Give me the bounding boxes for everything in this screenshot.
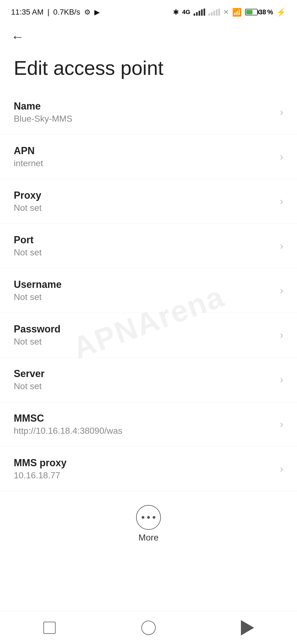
video-icon: ▶ <box>94 8 100 17</box>
signal-bars-2 <box>208 9 220 16</box>
settings-label-username: Username <box>14 279 274 290</box>
settings-label-password: Password <box>14 323 274 335</box>
settings-value-mmsc: http://10.16.18.4:38090/was <box>14 426 274 436</box>
settings-value-name: Blue-Sky-MMS <box>14 114 274 124</box>
charging-icon: ⚡ <box>276 8 286 17</box>
dot-2 <box>147 516 150 519</box>
chevron-icon-name: › <box>280 107 283 118</box>
settings-value-password: Not set <box>14 337 274 347</box>
home-button[interactable] <box>138 617 160 639</box>
settings-item-port[interactable]: Port Not set › <box>0 224 297 268</box>
chevron-icon-mmsc: › <box>280 419 283 430</box>
dot-3 <box>153 516 155 519</box>
more-circle-icon <box>136 505 161 530</box>
back-nav-button[interactable] <box>237 617 258 639</box>
settings-value-apn: internet <box>14 158 274 168</box>
settings-label-mmsc: MMSC <box>14 413 274 424</box>
more-label: More <box>139 533 159 543</box>
chevron-icon-username: › <box>280 285 283 296</box>
status-right: ✱ 4G ✕ 📶 38 % ⚡ <box>173 8 286 17</box>
settings-value-server: Not set <box>14 381 274 391</box>
home-icon <box>141 621 156 635</box>
settings-item-password[interactable]: Password Not set › <box>0 313 297 358</box>
top-nav: ← <box>0 22 297 49</box>
settings-value-username: Not set <box>14 292 274 302</box>
battery-percent: 38 <box>259 8 266 16</box>
more-button[interactable]: More <box>0 491 297 554</box>
cross-icon: ✕ <box>223 8 229 16</box>
settings-item-username[interactable]: Username Not set › <box>0 268 297 313</box>
settings-label-server: Server <box>14 368 274 380</box>
settings-value-proxy: Not set <box>14 203 274 213</box>
chevron-icon-password: › <box>280 329 283 341</box>
status-bar: 11:35 AM | 0.7KB/s ⚙ ▶ ✱ 4G ✕ 📶 38 <box>0 0 297 22</box>
signal-bars-1 <box>194 9 205 16</box>
chevron-icon-server: › <box>280 374 283 386</box>
settings-item-name[interactable]: Name Blue-Sky-MMS › <box>0 90 297 135</box>
settings-list: Name Blue-Sky-MMS › APN internet › Proxy… <box>0 90 297 491</box>
settings-value-port: Not set <box>14 247 274 258</box>
recent-apps-button[interactable] <box>38 617 61 639</box>
chevron-icon-mms-proxy: › <box>280 463 283 475</box>
settings-label-port: Port <box>14 234 274 246</box>
status-left: 11:35 AM | 0.7KB/s ⚙ ▶ <box>11 8 100 17</box>
separator: | <box>47 8 49 17</box>
back-button[interactable]: ← <box>11 29 24 44</box>
battery-block: 38 % <box>245 8 273 16</box>
settings-label-mms-proxy: MMS proxy <box>14 457 274 469</box>
settings-label-name: Name <box>14 100 274 112</box>
settings-item-proxy[interactable]: Proxy Not set › <box>0 179 297 224</box>
chevron-icon-proxy: › <box>280 196 283 207</box>
settings-label-apn: APN <box>14 145 274 157</box>
speed-display: 0.7KB/s <box>53 8 80 17</box>
settings-item-mms-proxy[interactable]: MMS proxy 10.16.18.77 › <box>0 447 297 491</box>
wifi-icon: 📶 <box>232 8 242 17</box>
page-title: Edit access point <box>0 49 297 90</box>
network-4g-label: 4G <box>182 9 190 16</box>
back-nav-icon <box>241 620 254 635</box>
bottom-nav-bar <box>0 611 297 644</box>
settings-value-mms-proxy: 10.16.18.77 <box>14 470 274 481</box>
time-display: 11:35 AM <box>11 8 43 17</box>
settings-label-proxy: Proxy <box>14 190 274 201</box>
dot-1 <box>142 516 144 519</box>
bluetooth-icon: ✱ <box>173 8 179 17</box>
chevron-icon-port: › <box>280 240 283 252</box>
settings-item-mmsc[interactable]: MMSC http://10.16.18.4:38090/was › <box>0 402 297 447</box>
settings-item-server[interactable]: Server Not set › <box>0 358 297 402</box>
chevron-icon-apn: › <box>280 151 283 163</box>
recent-apps-icon <box>43 622 56 634</box>
settings-item-apn[interactable]: APN internet › <box>0 135 297 179</box>
settings-icon: ⚙ <box>84 8 90 17</box>
